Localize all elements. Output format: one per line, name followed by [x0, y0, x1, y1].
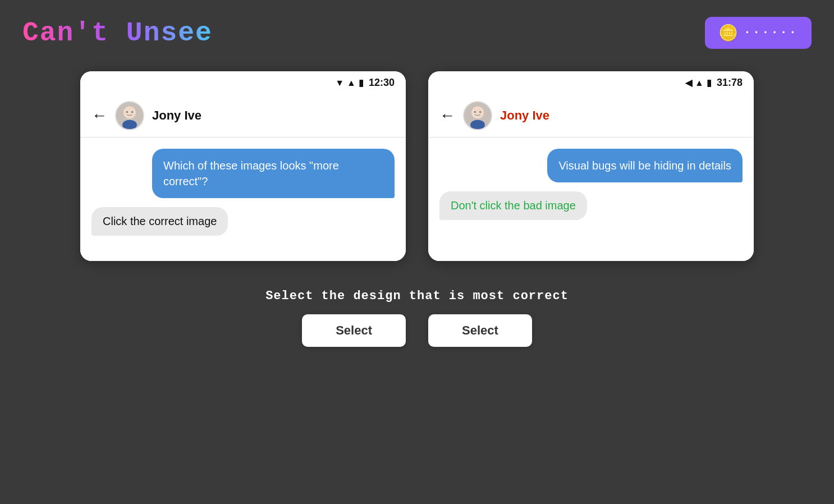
right-bubble-received: Don't click the bad image [439, 191, 587, 220]
score-value: ······ [744, 26, 798, 40]
main-content: ▼ ▲ ▮ 12:30 ← [0, 60, 834, 272]
right-wifi-icon: ◀ [685, 77, 692, 88]
select-buttons: Select Select [302, 314, 532, 347]
left-avatar [115, 101, 144, 130]
wifi-icon: ▼ [335, 78, 344, 88]
left-bubble-sent: Which of these images looks "more correc… [152, 149, 395, 198]
left-status-bar: ▼ ▲ ▮ 12:30 [80, 71, 406, 94]
app-logo: Can't Unsee [22, 18, 213, 48]
left-status-time: 12:30 [369, 77, 395, 89]
right-phone[interactable]: ◀ ▲ ▮ 31:78 ← Jony Ive [428, 71, 754, 261]
signal-icon: ▲ [347, 78, 356, 88]
svg-point-3 [126, 111, 128, 113]
coin-icon: 🪙 [718, 24, 738, 42]
header: Can't Unsee 🪙 ······ [0, 0, 834, 60]
right-status-bar: ◀ ▲ ▮ 31:78 [428, 71, 754, 94]
right-chat-body: Visual bugs will be hiding in details Do… [428, 138, 754, 261]
svg-point-6 [471, 106, 484, 118]
left-status-icons: ▼ ▲ ▮ 12:30 [335, 77, 395, 89]
select-left-button[interactable]: Select [302, 314, 406, 347]
instruction-text: Select the design that is most correct [265, 289, 569, 303]
right-chat-header: ← Jony Ive [428, 94, 754, 138]
right-bubble-sent: Visual bugs will be hiding in details [547, 149, 743, 182]
score-badge[interactable]: 🪙 ······ [705, 17, 812, 49]
right-contact-name: Jony Ive [500, 108, 549, 123]
svg-point-1 [123, 106, 136, 118]
svg-point-4 [131, 111, 133, 113]
logo-text: Can't Unsee [22, 18, 213, 48]
battery-icon: ▮ [359, 77, 364, 88]
left-chat-body: Which of these images looks "more correc… [80, 138, 406, 261]
select-right-button[interactable]: Select [428, 314, 532, 347]
svg-point-8 [474, 111, 476, 113]
right-battery-icon: ▮ [707, 77, 712, 88]
left-contact-name: Jony Ive [152, 108, 201, 123]
svg-point-9 [479, 111, 481, 113]
right-status-time: 31:78 [717, 77, 743, 89]
left-phone[interactable]: ▼ ▲ ▮ 12:30 ← [80, 71, 406, 261]
left-back-button[interactable]: ← [91, 107, 107, 125]
right-back-button[interactable]: ← [439, 107, 455, 125]
left-bubble-received: Click the correct image [91, 207, 228, 236]
bottom-section: Select the design that is most correct S… [0, 272, 834, 358]
right-signal-icon: ▲ [695, 78, 704, 88]
left-chat-header: ← Jony Ive [80, 94, 406, 138]
right-avatar [463, 101, 492, 130]
right-status-icons: ◀ ▲ ▮ 31:78 [685, 77, 743, 89]
